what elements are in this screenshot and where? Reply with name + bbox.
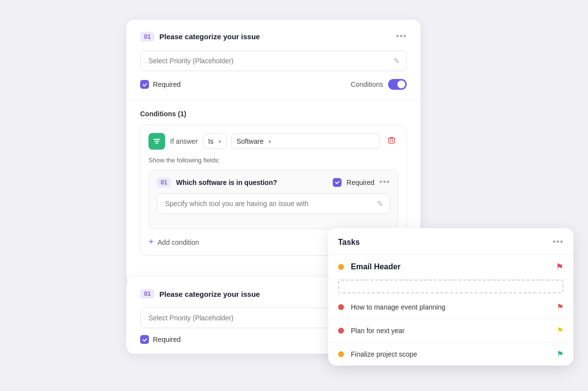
tasks-header: Tasks ••• <box>328 228 573 255</box>
sub-required-label: Required <box>346 179 374 186</box>
check-icon <box>142 82 147 87</box>
svg-rect-0 <box>389 138 394 143</box>
question-number: 01 <box>140 32 154 42</box>
dashed-placeholder <box>338 280 564 293</box>
task-text-3: Finalize project scope <box>351 350 557 358</box>
software-dropdown[interactable]: Software ▾ <box>231 133 380 149</box>
task-flag-1: ⚑ <box>557 302 564 312</box>
question-number-2: 01 <box>140 289 154 299</box>
sub-question: 01 Which software is in question? Requir… <box>148 170 398 229</box>
tasks-more-button[interactable]: ••• <box>553 237 564 247</box>
trash-svg <box>388 136 395 144</box>
required-checkbox[interactable] <box>140 80 149 89</box>
sub-input-wrapper: ✎ <box>157 193 390 214</box>
required-checkbox-group[interactable]: Required <box>140 80 181 89</box>
sub-edit-icon: ✎ <box>377 199 383 209</box>
required-checkbox-2[interactable] <box>140 335 149 344</box>
task-text-2: Plan for next year <box>351 327 557 335</box>
conditions-toggle-group: Conditions <box>351 79 407 90</box>
condition-filter-icon <box>148 133 165 150</box>
software-chevron: ▾ <box>269 139 271 144</box>
is-value: Is <box>208 137 214 145</box>
question-header: 01 Please categorize your issue ••• <box>140 31 407 42</box>
sub-question-left: 01 Which software is in question? <box>157 178 277 187</box>
condition-row: If answer Is ▾ Software ▾ <box>148 133 398 150</box>
question-title: Please categorize your issue <box>159 32 260 41</box>
required-label-2: Required <box>153 336 181 343</box>
task-flag-2: ⚑ <box>557 326 564 335</box>
add-icon: + <box>148 237 154 247</box>
sub-more-options-button[interactable]: ••• <box>379 177 390 187</box>
sub-question-number: 01 <box>157 178 171 187</box>
divider <box>126 100 420 100</box>
conditions-toggle[interactable] <box>388 79 407 90</box>
sub-check-icon <box>335 180 340 185</box>
question-title-2: Please categorize your issue <box>159 290 260 298</box>
software-value: Software <box>237 137 264 145</box>
delete-condition-button[interactable] <box>385 133 398 149</box>
tasks-title: Tasks <box>338 238 360 247</box>
question-header-left-2: 01 Please categorize your issue <box>140 289 260 299</box>
sub-required-checkbox[interactable] <box>333 178 342 187</box>
conditions-heading: Conditions (1) <box>140 110 407 118</box>
task-dot-3 <box>338 351 344 357</box>
sub-question-header: 01 Which software is in question? Requir… <box>157 177 390 187</box>
edit-icon: ✎ <box>393 56 400 66</box>
is-dropdown[interactable]: Is ▾ <box>203 133 226 149</box>
add-condition-label: Add condition <box>158 238 199 246</box>
task-item-1[interactable]: How to manage event planning ⚑ <box>328 295 573 319</box>
show-fields-label: Show the following fields: <box>148 156 398 164</box>
conditions-label: Conditions <box>351 80 383 88</box>
sub-question-input[interactable] <box>157 193 390 214</box>
required-conditions-row: Required Conditions <box>140 79 407 90</box>
sub-question-right: Required ••• <box>333 177 390 187</box>
email-flag-icon: ⚑ <box>556 261 564 272</box>
tasks-panel: Tasks ••• Email Header ⚑ How to manage e… <box>328 228 573 365</box>
task-flag-3: ⚑ <box>557 349 564 359</box>
more-options-button[interactable]: ••• <box>396 31 407 42</box>
question-section: 01 Please categorize your issue ••• ✎ Re… <box>126 20 420 100</box>
check-icon-2 <box>142 337 147 342</box>
email-dot <box>338 264 344 270</box>
priority-input-wrapper: ✎ <box>140 51 407 71</box>
task-item-2[interactable]: Plan for next year ⚑ <box>328 319 573 342</box>
task-dot-2 <box>338 328 344 334</box>
sub-question-title: Which software is in question? <box>176 179 277 186</box>
is-chevron: ▾ <box>219 139 221 144</box>
task-dot-1 <box>338 304 344 310</box>
if-answer-label: If answer <box>170 137 198 145</box>
required-label: Required <box>153 80 181 88</box>
question-header-left: 01 Please categorize your issue <box>140 32 260 42</box>
email-header-item: Email Header ⚑ <box>328 255 573 280</box>
priority-input[interactable] <box>140 51 407 71</box>
filter-svg <box>152 137 161 146</box>
email-header-text: Email Header <box>351 262 556 271</box>
task-item-3[interactable]: Finalize project scope ⚑ <box>328 342 573 365</box>
task-text-1: How to manage event planning <box>351 303 557 311</box>
